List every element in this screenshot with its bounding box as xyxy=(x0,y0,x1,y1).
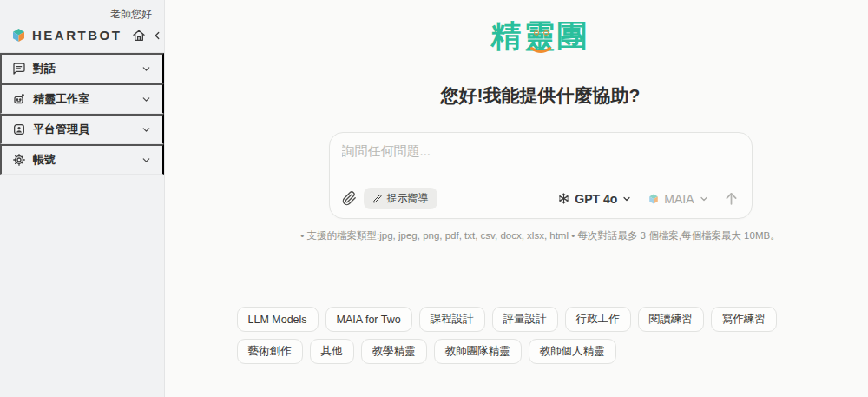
tag-reading-practice[interactable]: 閱讀練習 xyxy=(638,307,704,332)
gear-icon xyxy=(12,153,26,167)
maia-hexagon-icon xyxy=(648,193,660,205)
brand-row: HEARTBOT xyxy=(0,23,164,53)
sidebar-item-label: 對話 xyxy=(33,61,56,76)
brand-name: HEARTBOT xyxy=(32,28,122,43)
sidebar-item-chat[interactable]: 對話 xyxy=(0,53,164,83)
prompt-wizard-button[interactable]: 提示嚮導 xyxy=(364,188,437,209)
chevron-down-icon xyxy=(699,194,709,204)
home-icon[interactable] xyxy=(132,29,146,43)
welcome-heading: 您好!我能提供什麼協助? xyxy=(441,83,641,108)
tag-writing-practice[interactable]: 寫作練習 xyxy=(711,307,777,332)
chevron-down-icon xyxy=(141,63,152,75)
logo-eye-icon xyxy=(534,30,539,36)
tag-teaching-genie[interactable]: 教學精靈 xyxy=(361,339,427,364)
tag-art-creation[interactable]: 藝術創作 xyxy=(237,339,303,364)
pencil-icon xyxy=(372,194,383,204)
model-selector[interactable]: GPT 4o xyxy=(557,192,632,206)
main-area: 精靈團 您好!我能提供什麼協助? 提示嚮導 xyxy=(165,0,868,397)
chevron-down-icon xyxy=(141,155,152,166)
chat-bubble-icon xyxy=(12,62,26,76)
tag-admin-work[interactable]: 行政工作 xyxy=(565,307,631,332)
user-greeting: 老師您好 xyxy=(0,0,164,23)
sidebar-item-account[interactable]: 帳號 xyxy=(0,144,164,175)
sidebar-item-label: 帳號 xyxy=(33,152,56,168)
agent-selector-label: MAIA xyxy=(664,192,694,206)
tag-maia-for-two[interactable]: MAIA for Two xyxy=(326,307,412,332)
sidebar: 老師您好 HEARTBOT 對話 xyxy=(0,0,165,397)
tag-teacher-team-genie[interactable]: 教師團隊精靈 xyxy=(434,339,522,364)
attach-file-button[interactable] xyxy=(342,191,357,206)
chevron-down-icon xyxy=(621,194,632,204)
tag-teacher-personal-genie[interactable]: 教師個人精靈 xyxy=(529,339,616,364)
app-logo: 精靈團 xyxy=(491,17,590,54)
chevron-down-icon xyxy=(141,124,152,136)
composer: 提示嚮導 GPT 4o xyxy=(329,132,753,219)
openai-icon xyxy=(557,192,570,205)
message-input[interactable] xyxy=(342,143,740,188)
smile-icon xyxy=(529,46,552,55)
send-button[interactable] xyxy=(723,190,740,207)
logo-eye-icon xyxy=(543,30,549,36)
prompt-wizard-label: 提示嚮導 xyxy=(387,191,429,206)
tag-assessment-design[interactable]: 評量設計 xyxy=(492,307,558,332)
file-support-note: • 支援的檔案類型:jpg, jpeg, png, pdf, txt, csv,… xyxy=(300,229,779,242)
agent-selector[interactable]: MAIA xyxy=(648,192,708,206)
sidebar-item-platform-admin[interactable]: 平台管理員 xyxy=(0,114,164,144)
category-tags: LLM Models MAIA for Two 課程設計 評量設計 行政工作 閱… xyxy=(237,307,845,364)
sidebar-item-label: 平台管理員 xyxy=(33,122,89,137)
tag-llm-models[interactable]: LLM Models xyxy=(237,307,319,332)
collapse-sidebar-icon[interactable] xyxy=(151,30,163,42)
sidebar-item-label: 精靈工作室 xyxy=(33,91,89,107)
model-selector-label: GPT 4o xyxy=(575,192,617,206)
robot-icon xyxy=(12,92,26,106)
composer-toolbar: 提示嚮導 GPT 4o xyxy=(342,188,740,209)
tag-course-design[interactable]: 課程設計 xyxy=(419,307,485,332)
chevron-down-icon xyxy=(141,94,152,105)
person-badge-icon xyxy=(12,122,26,136)
tag-other[interactable]: 其他 xyxy=(310,339,354,364)
sidebar-item-genie-workshop[interactable]: 精靈工作室 xyxy=(0,83,164,114)
heartbot-logo-icon xyxy=(10,27,27,43)
